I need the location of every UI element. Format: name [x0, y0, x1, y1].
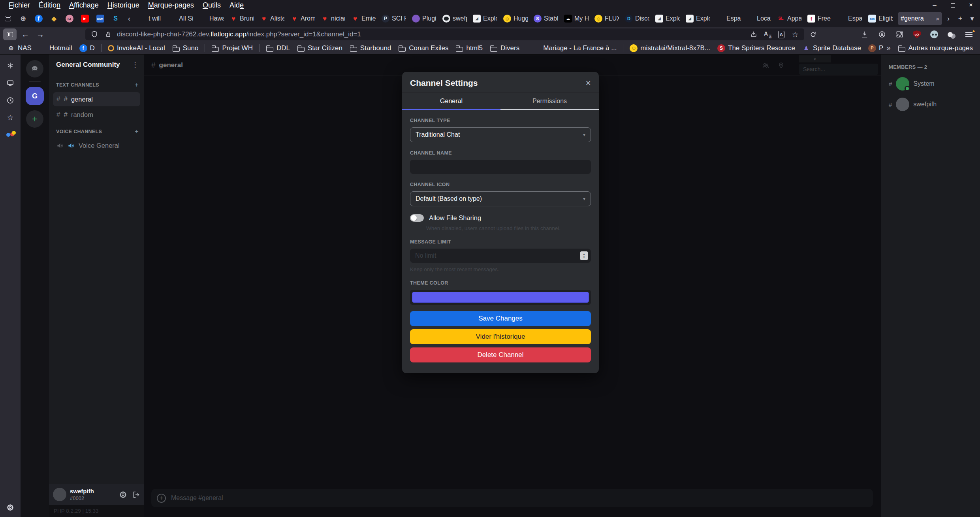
extensions-puzzle-icon[interactable] — [893, 28, 906, 40]
menu-dition[interactable]: Édition — [35, 1, 64, 10]
delete-channel-button[interactable]: Delete Channel — [410, 347, 591, 362]
account-icon[interactable] — [876, 28, 888, 40]
scroll-tabs-left-button[interactable]: ‹ — [124, 13, 135, 25]
member-swefpifh[interactable]: #swefpifh — [889, 98, 980, 111]
extension-circles-icon[interactable] — [945, 28, 958, 40]
tab-espace-clie[interactable]: Espace clie — [713, 12, 743, 25]
number-spinner[interactable]: ▲ ▼ — [580, 251, 588, 260]
add-channel-icon[interactable]: + — [135, 128, 139, 135]
spinner-up-icon[interactable]: ▲ — [583, 253, 585, 256]
menu-fichier[interactable]: Fichier — [5, 1, 34, 10]
tab-explor[interactable]: ◢Explor — [470, 12, 500, 25]
screen-share-icon[interactable] — [6, 79, 14, 87]
menu-aide[interactable]: Aide — [226, 1, 248, 10]
forward-button[interactable]: → — [34, 28, 47, 40]
channel-name-input[interactable] — [410, 160, 591, 174]
theme-color-input[interactable] — [410, 290, 591, 305]
bookmark-invokeai-local[interactable]: InvokeAI - Local — [105, 43, 168, 53]
translate-icon[interactable] — [762, 29, 773, 40]
file-sharing-toggle[interactable] — [410, 214, 424, 222]
user-settings-gear-icon[interactable] — [119, 491, 127, 499]
reload-button[interactable] — [807, 28, 819, 40]
tab-bruni2[interactable]: ♥Bruni2 — [227, 12, 257, 25]
tab-espace-abo[interactable]: Espace abo — [835, 12, 865, 25]
server-button-general-community[interactable]: G — [26, 87, 44, 105]
bookmarks-star-icon[interactable]: ☆ — [7, 114, 13, 121]
add-channel-icon[interactable]: + — [135, 81, 139, 89]
url-bar[interactable]: discord-like-php-chat-7262.dev.flatlogic… — [85, 28, 804, 40]
app-menu-button[interactable]: ▲ — [963, 28, 975, 40]
tab-locati[interactable]: Locati — [744, 12, 774, 25]
downloads-icon[interactable] — [858, 28, 871, 40]
menu-outils[interactable]: Outils — [199, 1, 225, 10]
lock-icon[interactable] — [103, 29, 113, 40]
member-system[interactable]: #System — [889, 77, 980, 91]
home-server-button[interactable] — [26, 60, 43, 77]
channel-type-select[interactable]: Traditional Chat ▾ — [410, 127, 591, 142]
tab-stable[interactable]: SStable — [531, 12, 561, 25]
bookmark-pixelplush-studio-pix[interactable]: PPixelPlush Studio - Pix... — [865, 43, 883, 53]
extension-face-icon[interactable] — [928, 28, 940, 40]
pinned-tab-globe[interactable]: ⊕ — [16, 12, 30, 25]
back-button[interactable]: ← — [19, 28, 32, 40]
tab-alister[interactable]: ♥Alister — [257, 12, 287, 25]
bookmark-conan-exiles[interactable]: Conan Exiles — [395, 43, 451, 53]
pinned-tab-facebook[interactable]: f — [31, 12, 46, 25]
bookmark-other-bookmarks[interactable]: Autres marque-pages — [895, 43, 976, 53]
tab-aromy[interactable]: ♥Aromy — [288, 12, 318, 25]
minimize-button[interactable]: – — [925, 0, 944, 10]
tab-active-general[interactable]: #genera × — [898, 12, 942, 25]
close-window-button[interactable]: × — [962, 0, 980, 10]
add-server-button[interactable]: + — [26, 110, 43, 128]
save-page-icon[interactable] — [749, 29, 759, 40]
tab-discor[interactable]: DDiscor — [622, 12, 652, 25]
close-tab-icon[interactable]: × — [935, 15, 939, 22]
clear-history-button[interactable]: Vider l'historique — [410, 329, 591, 344]
ai-chat-icon[interactable] — [6, 62, 14, 70]
bookmark-hotmail[interactable]: Hotmail — [36, 43, 75, 53]
tab-niciara[interactable]: ♥niciara — [318, 12, 348, 25]
modal-close-icon[interactable]: × — [586, 79, 591, 88]
maximize-button[interactable] — [944, 0, 962, 10]
sidebar-toggle-button[interactable] — [3, 28, 17, 40]
bookmark-html5[interactable]: html5 — [452, 43, 486, 53]
tab-swefpi[interactable]: swefpi — [440, 12, 470, 25]
server-menu-kebab-icon[interactable]: ⋮ — [132, 60, 139, 69]
tab-permissions[interactable]: Permissions — [500, 93, 599, 110]
bookmark-star-icon[interactable]: ☆ — [790, 29, 800, 40]
menu-affichage[interactable]: Affichage — [65, 1, 103, 10]
tab-hawai[interactable]: Hawai — [196, 12, 226, 25]
bookmark-star-citizen[interactable]: Star Citizen — [294, 43, 346, 53]
scroll-tabs-right-button[interactable]: › — [943, 13, 954, 25]
tab-my-ha[interactable]: ☁My Ha — [561, 12, 591, 25]
logout-icon[interactable] — [132, 491, 140, 499]
pinned-tab-youtube[interactable]: ▶ — [77, 12, 92, 25]
tab-explor[interactable]: ◢Explor — [683, 12, 713, 25]
ublock-origin-icon[interactable]: uO — [910, 28, 923, 40]
tab-discor[interactable]: Discor — [896, 12, 897, 25]
spinner-down-icon[interactable]: ▼ — [583, 256, 585, 259]
bookmark-ddl[interactable]: DDL — [263, 43, 293, 53]
tab-all-siz[interactable]: All Siz — [166, 12, 196, 25]
reader-mode-icon[interactable]: A — [776, 29, 786, 40]
tab-appar[interactable]: SLAppar — [774, 12, 804, 25]
menu-marque-pages[interactable]: Marque-pages — [144, 1, 198, 10]
pinned-tab-gold-diamond[interactable]: ◆ — [47, 12, 61, 25]
voice-channel-voice-general[interactable]: Voice General — [53, 139, 140, 153]
tab-t-will[interactable]: t will — [135, 12, 166, 25]
bookmark-sprite-database[interactable]: ♟Sprite Database — [799, 43, 864, 53]
tab-general[interactable]: General — [402, 93, 500, 110]
channel-random[interactable]: ##random — [53, 108, 140, 122]
bookmarks-overflow-icon[interactable]: » — [883, 44, 895, 52]
tab-huggi[interactable]: ☺Huggi — [500, 12, 530, 25]
tracking-shield-icon[interactable] — [89, 29, 100, 40]
tab-free[interactable]: fFree : — [805, 12, 835, 25]
new-tab-button[interactable]: + — [955, 13, 966, 25]
bookmark-suno[interactable]: Suno — [169, 43, 202, 53]
bookmark-the-spriters-resource[interactable]: SThe Spriters Resource — [714, 43, 798, 53]
bookmark-divers[interactable]: Divers — [487, 43, 523, 53]
pinned-tab-dsm[interactable]: DSM — [93, 12, 107, 25]
tab-flux[interactable]: ☺FLUX. — [592, 12, 622, 25]
menu-historique[interactable]: Historique — [103, 1, 143, 10]
tab-manager-button[interactable] — [2, 13, 13, 25]
